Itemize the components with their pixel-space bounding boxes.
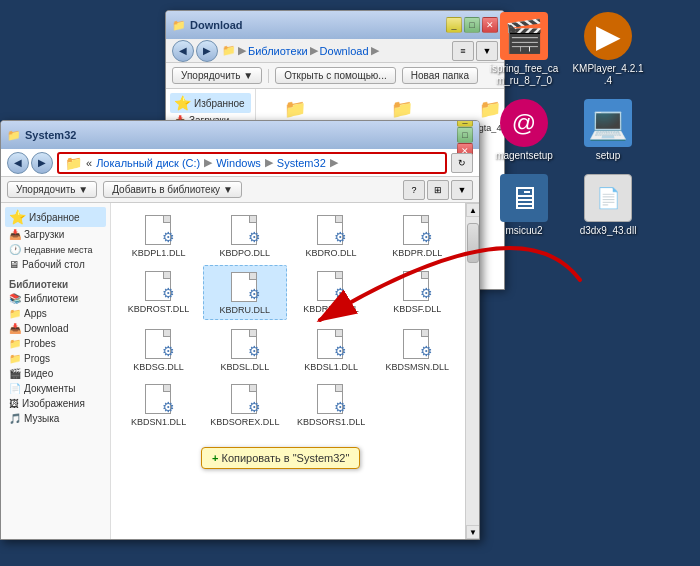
nav-fg-libs[interactable]: 📚 Библиотеки bbox=[5, 291, 106, 306]
breadcrumb-system32[interactable]: System32 bbox=[277, 157, 326, 169]
table-row[interactable]: ⚙ KBDROST.DLL bbox=[117, 265, 200, 320]
dll-file-icon: ⚙ bbox=[313, 212, 349, 248]
table-row[interactable]: ⚙ KBDRU1.DLL bbox=[290, 265, 373, 320]
file-name: KBDSOREX.DLL bbox=[210, 417, 279, 428]
nav-fg-music[interactable]: 🎵 Музыка bbox=[5, 411, 106, 426]
nav-fg-recent[interactable]: 🕐 Недавние места bbox=[5, 242, 106, 257]
file-name: KBDSF.DLL bbox=[393, 304, 441, 315]
dll-icon-shape: ⚙ bbox=[229, 383, 261, 415]
organize-button[interactable]: Упорядочить ▼ bbox=[172, 67, 262, 84]
scroll-up-button[interactable]: ▲ bbox=[466, 203, 480, 217]
help-button[interactable]: ? bbox=[403, 180, 425, 200]
fg-title: 📁 System32 bbox=[7, 129, 76, 142]
fg-nav-arrows: ◀ ▶ bbox=[7, 152, 53, 174]
breadcrumb-icon: 📁 bbox=[222, 44, 236, 57]
dll-icon-shape: ⚙ bbox=[315, 328, 347, 360]
fg-address-path[interactable]: 📁 « Локальный диск (C:) ▶ Windows ▶ Syst… bbox=[57, 152, 447, 174]
view-dropdown-btn[interactable]: ▼ bbox=[451, 180, 473, 200]
nav-fg-probes[interactable]: 📁 Probes bbox=[5, 336, 106, 351]
scrollbar-thumb[interactable] bbox=[467, 223, 479, 263]
nav-favorites[interactable]: ⭐ Избранное bbox=[170, 93, 251, 113]
table-row[interactable]: ⚙ KBDPR.DLL bbox=[376, 209, 459, 262]
msicuu2-icon: 🖥 bbox=[500, 174, 548, 222]
nav-fg-favorites[interactable]: ⭐ Избранное bbox=[5, 207, 106, 227]
scroll-down-button[interactable]: ▼ bbox=[466, 525, 480, 539]
desktop-icon-setup[interactable]: 💻 setup bbox=[568, 95, 648, 166]
dll-icon-shape: ⚙ bbox=[143, 328, 175, 360]
dll-icon-shape: ⚙ bbox=[401, 214, 433, 246]
nav-fg-apps[interactable]: 📁 Apps bbox=[5, 306, 106, 321]
nav-fg-downloads[interactable]: 📥 Загрузки bbox=[5, 227, 106, 242]
gear-icon: ⚙ bbox=[248, 399, 261, 416]
path-sep1: ▶ bbox=[204, 156, 212, 169]
music-icon: 🎵 bbox=[9, 413, 21, 424]
breadcrumb-libraries[interactable]: Библиотеки bbox=[248, 45, 308, 57]
recent-icon-fg: 🕐 bbox=[9, 244, 21, 255]
fg-maximize-button[interactable]: □ bbox=[457, 127, 473, 143]
nav-fg-docs[interactable]: 📄 Документы bbox=[5, 381, 106, 396]
vertical-scrollbar[interactable]: ▲ ▼ bbox=[465, 203, 479, 539]
dll-file-icon: ⚙ bbox=[141, 381, 177, 417]
dll-file-icon: ⚙ bbox=[141, 268, 177, 304]
table-row[interactable]: ⚙ KBDRO.DLL bbox=[290, 209, 373, 262]
table-row[interactable]: ⚙ KBDRU.DLL bbox=[203, 265, 286, 320]
breadcrumb-download[interactable]: Download bbox=[320, 45, 369, 57]
table-row[interactable]: ⚙ KBDSMSN.DLL bbox=[376, 323, 459, 376]
file-name: KBDSG.DLL bbox=[133, 362, 184, 373]
nav-fg-images[interactable]: 🖼 Изображения bbox=[5, 396, 106, 411]
dll-icon-shape: ⚙ bbox=[401, 270, 433, 302]
table-row[interactable]: ⚙ KBDSORS1.DLL bbox=[290, 378, 373, 431]
gear-icon: ⚙ bbox=[334, 399, 347, 416]
fg-sidebar: ⭐ Избранное 📥 Загрузки 🕐 Недавние места … bbox=[1, 203, 111, 539]
fg-back-button[interactable]: ◀ bbox=[7, 152, 29, 174]
desktop-icon-msicuu2[interactable]: 🖥 msicuu2 bbox=[484, 170, 564, 241]
view-button[interactable]: ≡ bbox=[452, 41, 474, 61]
address-folder-icon: 📁 bbox=[65, 155, 82, 171]
table-row[interactable]: ⚙ KBDSL1.DLL bbox=[290, 323, 373, 376]
bg-titlebar: 📁 Download _ □ ✕ bbox=[166, 11, 504, 39]
breadcrumb-c[interactable]: Локальный диск (C:) bbox=[96, 157, 200, 169]
gear-icon: ⚙ bbox=[334, 229, 347, 246]
dll-icon-shape: ⚙ bbox=[229, 328, 261, 360]
table-row[interactable]: ⚙ KBDPL1.DLL bbox=[117, 209, 200, 262]
dll-file-icon: ⚙ bbox=[141, 212, 177, 248]
fg-minimize-button[interactable]: _ bbox=[457, 120, 473, 127]
file-name: KBDSORS1.DLL bbox=[297, 417, 365, 428]
minimize-button[interactable]: _ bbox=[446, 17, 462, 33]
fg-files-grid: ⚙ KBDPL1.DLL ⚙ KBDPO.DLL ⚙ KBDRO.DLL bbox=[111, 203, 465, 539]
fg-view-controls: ? ⊞ ▼ bbox=[403, 180, 473, 200]
star-icon: ⭐ bbox=[174, 95, 191, 111]
table-row[interactable]: ⚙ KBDSOREX.DLL bbox=[203, 378, 286, 431]
refresh-button[interactable]: ↻ bbox=[451, 153, 473, 173]
nav-fg-video[interactable]: 🎬 Видео bbox=[5, 366, 106, 381]
dl-icon: 📥 bbox=[9, 229, 21, 240]
gear-icon: ⚙ bbox=[420, 343, 433, 360]
back-button[interactable]: ◀ bbox=[172, 40, 194, 62]
table-row[interactable]: ⚙ KBDSN1.DLL bbox=[117, 378, 200, 431]
table-row[interactable]: ⚙ KBDSF.DLL bbox=[376, 265, 459, 320]
desktop-icon-kmplayer[interactable]: ▶ KMPlayer_4.2.1.4 bbox=[568, 8, 648, 91]
dll-icon-shape: ⚙ bbox=[315, 383, 347, 415]
breadcrumb-windows[interactable]: Windows bbox=[216, 157, 261, 169]
maximize-button[interactable]: □ bbox=[464, 17, 480, 33]
new-folder-button[interactable]: Новая папка bbox=[402, 67, 478, 84]
star-icon-fg: ⭐ bbox=[9, 209, 26, 225]
forward-button[interactable]: ▶ bbox=[196, 40, 218, 62]
dll-icon-shape: ⚙ bbox=[229, 214, 261, 246]
bg-nav-arrows: ◀ ▶ bbox=[172, 40, 218, 62]
fg-add-library-button[interactable]: Добавить в библиотеку ▼ bbox=[103, 181, 242, 198]
desktop-icon-d3dx9[interactable]: 📄 d3dx9_43.dll bbox=[568, 170, 648, 241]
nav-fg-download[interactable]: 📥 Download bbox=[5, 321, 106, 336]
video-icon: 🎬 bbox=[9, 368, 21, 379]
desktop-icon-magent[interactable]: @ magentsetup bbox=[484, 95, 564, 166]
nav-fg-desktop[interactable]: 🖥 Рабочий стол bbox=[5, 257, 106, 272]
table-row[interactable]: ⚙ KBDPO.DLL bbox=[203, 209, 286, 262]
open-with-button[interactable]: Открыть с помощью... bbox=[275, 67, 396, 84]
desktop-icon-ispring[interactable]: 🎬 ispring_free_cam_ru_8_7_0 bbox=[484, 8, 564, 91]
fg-organize-button[interactable]: Упорядочить ▼ bbox=[7, 181, 97, 198]
view-mode-button[interactable]: ⊞ bbox=[427, 180, 449, 200]
table-row[interactable]: ⚙ KBDSL.DLL bbox=[203, 323, 286, 376]
table-row[interactable]: ⚙ KBDSG.DLL bbox=[117, 323, 200, 376]
nav-fg-progs[interactable]: 📁 Progs bbox=[5, 351, 106, 366]
fg-forward-button[interactable]: ▶ bbox=[31, 152, 53, 174]
